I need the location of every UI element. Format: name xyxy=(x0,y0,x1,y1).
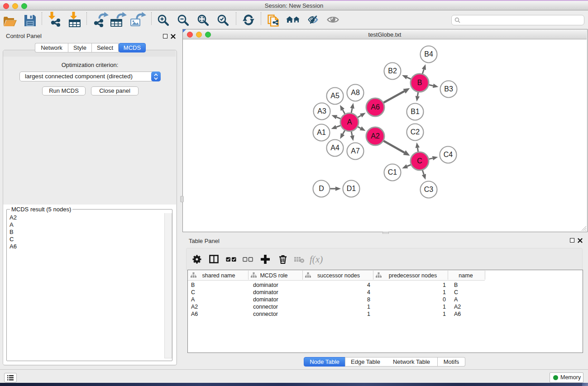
svg-text:C3: C3 xyxy=(424,186,434,193)
svg-text:B3: B3 xyxy=(444,85,453,93)
svg-text:A7: A7 xyxy=(351,147,360,155)
svg-text:C4: C4 xyxy=(444,151,453,158)
svg-text:A6: A6 xyxy=(371,103,380,111)
svg-text:A3: A3 xyxy=(317,107,326,115)
svg-text:A5: A5 xyxy=(330,92,339,100)
svg-text:A2: A2 xyxy=(371,132,380,140)
svg-text:B: B xyxy=(417,79,422,86)
svg-text:A8: A8 xyxy=(351,89,360,96)
svg-text:A1: A1 xyxy=(317,129,326,136)
svg-text:A: A xyxy=(347,118,352,126)
svg-text:B2: B2 xyxy=(388,67,397,75)
svg-text:D: D xyxy=(319,185,324,192)
svg-text:C2: C2 xyxy=(411,128,420,136)
svg-text:A4: A4 xyxy=(330,144,339,152)
svg-text:B1: B1 xyxy=(411,108,420,115)
svg-text:C1: C1 xyxy=(388,168,397,176)
svg-text:D1: D1 xyxy=(347,185,356,192)
svg-text:C: C xyxy=(417,157,422,165)
svg-text:B4: B4 xyxy=(424,50,433,58)
